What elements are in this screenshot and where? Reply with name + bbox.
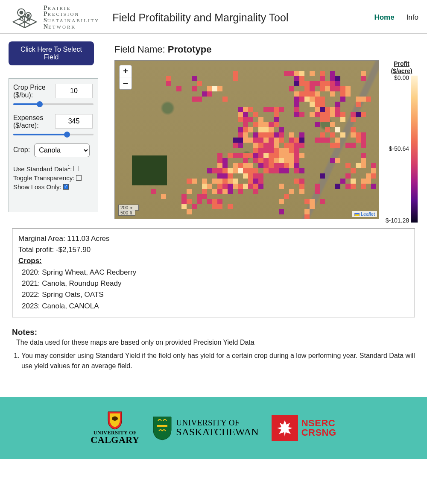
- toggle-transparency-checkbox[interactable]: [76, 175, 82, 181]
- crop-history-line: 2023: Canola, CANOLA: [18, 301, 409, 312]
- scale-control: 200 m 500 ft: [118, 205, 139, 215]
- university-of-saskatchewan-logo: UNIVERSITY OF SASKATCHEWAN: [152, 416, 258, 440]
- select-field-button[interactable]: Click Here To Select Field: [9, 41, 94, 65]
- legend-mid: $-50.64: [389, 145, 409, 152]
- crop-select[interactable]: Canola: [34, 144, 90, 157]
- marginal-area: Marginal Area: 111.03 Acres: [18, 233, 409, 244]
- uc-crest-icon: [106, 411, 123, 430]
- ppsn-logo-icon: [10, 4, 39, 31]
- nav-home[interactable]: Home: [374, 13, 394, 22]
- page-title: Field Profitability and Marginality Tool: [112, 12, 288, 24]
- nav-info[interactable]: Info: [407, 13, 418, 22]
- crop-price-label: Crop Price ($/bu):: [13, 84, 52, 100]
- control-panel: Crop Price ($/bu): Expenses ($/acre):: [9, 78, 98, 212]
- nav-links: Home Info: [374, 13, 418, 22]
- show-loss-only-checkbox[interactable]: [63, 184, 69, 190]
- flag-icon: [354, 213, 360, 216]
- zoom-out-button[interactable]: −: [120, 77, 132, 89]
- svg-point-3: [27, 15, 29, 17]
- map[interactable]: + − 200 m 500 ft Leaflet: [114, 60, 379, 219]
- crop-history-line: 2020: Spring Wheat, AAC Redberry: [18, 267, 409, 278]
- expenses-slider[interactable]: [13, 132, 94, 138]
- total-profit: Total profit: -$2,157.90: [18, 244, 409, 255]
- svg-point-4: [112, 416, 118, 421]
- brand-l1: RAIRIE: [48, 6, 71, 11]
- legend: Profit($/acre) $0.00 $-50.64 $-101.28: [386, 60, 418, 223]
- us-crest-icon: [152, 416, 173, 440]
- legend-min: $-101.28: [386, 217, 409, 224]
- expenses-label: Expenses ($/acre):: [13, 114, 52, 130]
- legend-max: $0.00: [394, 74, 409, 81]
- brand-text: PRAIRIE PRECISION SUSTAINABILITY NETWORK: [44, 5, 99, 30]
- zoom-control: + −: [119, 65, 132, 90]
- field-name-label: Field Name:: [114, 44, 165, 55]
- svg-rect-5: [157, 425, 167, 427]
- crop-history-line: 2021: Canola, Roundup Ready: [18, 278, 409, 289]
- field-name-value: Prototype: [168, 44, 212, 55]
- notes-section: Notes: The data used for these maps are …: [12, 328, 415, 371]
- use-standard-label: Use Standard Data1:: [13, 165, 72, 173]
- maple-leaf-icon: [275, 419, 294, 437]
- use-standard-checkbox[interactable]: [73, 166, 79, 171]
- notes-intro: The data used for these maps are based o…: [16, 339, 415, 346]
- expenses-input[interactable]: [55, 114, 93, 129]
- crops-header: Crops:: [18, 255, 409, 267]
- toggle-transparency-label: Toggle Transparency:: [13, 174, 74, 182]
- show-loss-only-label: Show Loss Only:: [13, 183, 61, 190]
- crop-history-line: 2022: Spring Oats, OATS: [18, 289, 409, 300]
- footer: UNIVERSITY OF CALGARY UNIVERSITY OF SASK…: [0, 397, 427, 459]
- stats-box: Marginal Area: 111.03 Acres Total profit…: [12, 229, 415, 317]
- university-of-calgary-logo: UNIVERSITY OF CALGARY: [91, 411, 139, 444]
- notes-heading: Notes:: [12, 328, 415, 337]
- notes-item: You may consider using Standard Yield if…: [21, 351, 415, 371]
- legend-colorbar: [411, 76, 418, 223]
- zoom-in-button[interactable]: +: [120, 65, 132, 77]
- map-attribution[interactable]: Leaflet: [352, 211, 377, 217]
- crop-price-input[interactable]: [55, 84, 93, 98]
- field-name-row: Field Name: Prototype: [114, 44, 418, 55]
- crop-price-slider[interactable]: [13, 101, 94, 107]
- nserc-logo: NSERC CRSNG: [272, 415, 336, 441]
- header: PRAIRIE PRECISION SUSTAINABILITY NETWORK…: [0, 0, 427, 34]
- crop-label: Crop:: [13, 146, 30, 154]
- brand-logo: PRAIRIE PRECISION SUSTAINABILITY NETWORK: [10, 4, 99, 31]
